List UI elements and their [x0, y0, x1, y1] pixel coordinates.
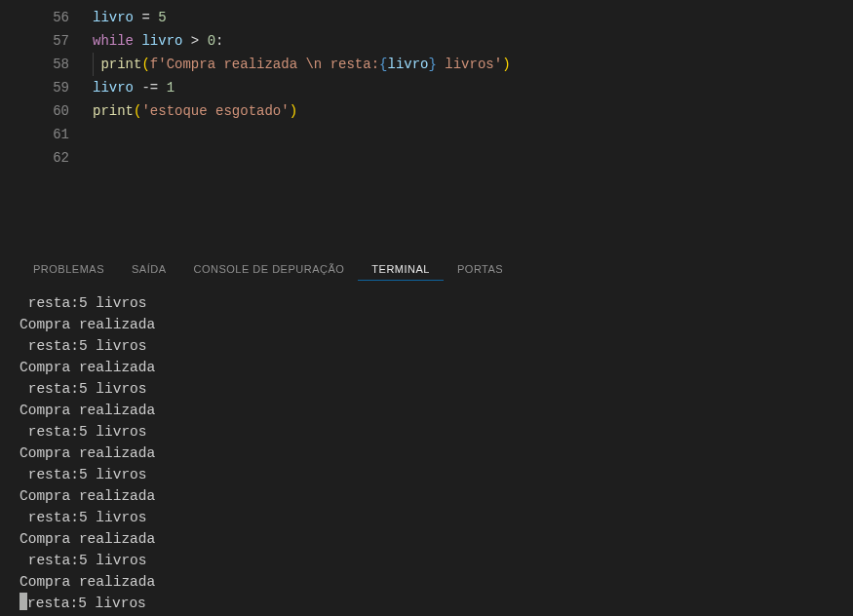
code-line[interactable]: 60print('estoque esgotado') [0, 99, 853, 123]
line-number: 62 [0, 146, 93, 170]
code-content[interactable] [93, 146, 853, 170]
code-line[interactable]: 56livro = 5 [0, 6, 853, 29]
terminal-cursor [19, 593, 27, 610]
code-content[interactable]: print(f'Compra realizada \n resta:{livro… [93, 53, 853, 76]
line-number: 59 [0, 76, 93, 99]
line-number: 61 [0, 123, 93, 146]
panel-tabs: PROBLEMAS SAÍDA CONSOLE DE DEPURAÇÃO TER… [0, 248, 853, 283]
bottom-panel: PROBLEMAS SAÍDA CONSOLE DE DEPURAÇÃO TER… [0, 248, 853, 616]
line-number: 60 [0, 99, 93, 123]
code-line[interactable]: 57while livro > 0: [0, 29, 853, 53]
tab-problems[interactable]: PROBLEMAS [19, 257, 118, 281]
line-number: 56 [0, 6, 93, 29]
code-content[interactable]: print('estoque esgotado') [93, 99, 853, 123]
terminal-line: resta:5 livros [27, 596, 146, 611]
code-line[interactable]: 58 print(f'Compra realizada \n resta:{li… [0, 53, 853, 76]
tab-output[interactable]: SAÍDA [118, 257, 180, 281]
code-content[interactable]: while livro > 0: [93, 29, 853, 53]
code-line[interactable]: 62 [0, 146, 853, 170]
terminal-output[interactable]: resta:5 livros Compra realizada resta:5 … [0, 283, 853, 616]
tab-terminal[interactable]: TERMINAL [358, 257, 444, 281]
line-number: 57 [0, 29, 93, 53]
tab-ports[interactable]: PORTAS [444, 257, 517, 281]
code-editor[interactable]: 56livro = 557while livro > 0:58 print(f'… [0, 0, 853, 189]
code-content[interactable]: livro -= 1 [93, 76, 853, 99]
code-content[interactable]: livro = 5 [93, 6, 853, 29]
line-number: 58 [0, 53, 93, 76]
code-content[interactable] [93, 123, 853, 146]
code-line[interactable]: 59livro -= 1 [0, 76, 853, 99]
code-line[interactable]: 61 [0, 123, 853, 146]
tab-debug-console[interactable]: CONSOLE DE DEPURAÇÃO [179, 257, 358, 281]
